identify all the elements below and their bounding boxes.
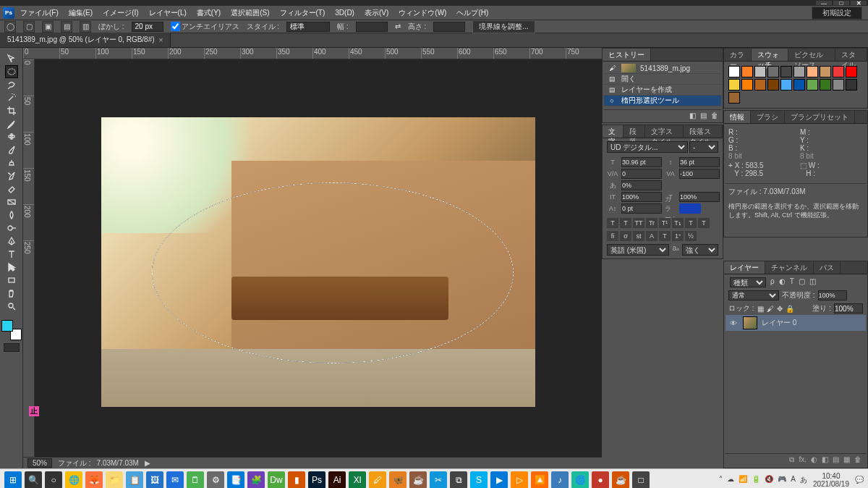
layer-name[interactable]: レイヤー 0 (762, 318, 796, 328)
swap-icon[interactable]: ⇄ (395, 22, 401, 30)
filter-smart-icon[interactable]: ◫ (809, 277, 816, 287)
fx-icon[interactable]: fx. (799, 455, 807, 465)
tab-paragraph[interactable]: 段落 (624, 125, 644, 138)
trash-icon[interactable]: 🗑 (854, 455, 861, 465)
move-tool[interactable] (5, 52, 18, 65)
eyedropper-tool[interactable] (5, 117, 18, 130)
italic-button[interactable]: T (620, 218, 631, 228)
dodge-tool[interactable] (5, 222, 18, 235)
color-swatch[interactable] (793, 66, 805, 77)
pen-tool[interactable] (5, 235, 18, 248)
tray-icon[interactable]: あ (800, 475, 807, 485)
taskbar-app-icon[interactable]: ⊞ (4, 471, 22, 489)
taskbar-app-icon[interactable]: 🌐 (65, 471, 82, 489)
taskbar-app-icon[interactable]: ● (592, 471, 609, 489)
color-swatches[interactable] (1, 320, 22, 340)
color-swatch[interactable] (807, 66, 818, 77)
menu-type[interactable]: 書式(Y) (192, 7, 225, 20)
taskbar-app-icon[interactable]: 🖊 (369, 471, 386, 489)
blend-mode-select[interactable]: 通常 (728, 290, 779, 300)
filter-pixel-icon[interactable]: ρ (770, 277, 775, 287)
history-step[interactable]: ○ 楕円形選択ツール (604, 96, 721, 106)
opentype-1st[interactable]: 1ˢ (672, 231, 684, 241)
tab-channels[interactable]: チャンネル (765, 261, 814, 274)
color-swatch[interactable] (728, 92, 740, 104)
tab-character[interactable]: 文字 (603, 125, 624, 138)
history-step[interactable]: ▤ 開く (604, 74, 721, 85)
taskbar-app-icon[interactable]: 🔍 (25, 471, 42, 489)
taskbar-app-icon[interactable]: ▶ (490, 471, 508, 489)
zoom-level[interactable]: 50% (27, 458, 52, 468)
tab-brushpreset[interactable]: ブラシプリセット (785, 111, 855, 123)
taskbar-app-icon[interactable]: Ps (308, 471, 326, 489)
taskbar-app-icon[interactable]: 🗒 (187, 471, 204, 489)
tray-icon[interactable]: ☁ (727, 475, 734, 485)
recording-stop-icon[interactable]: 止 (29, 406, 39, 416)
lasso-tool[interactable] (5, 78, 18, 91)
tab-styles[interactable]: スタイル (835, 49, 867, 61)
canvas-viewport[interactable] (35, 59, 602, 457)
taskbar-app-icon[interactable]: 📋 (126, 471, 143, 489)
tab-history[interactable]: ヒストリー (603, 49, 651, 61)
tray-icon[interactable]: A (791, 475, 796, 485)
link-layers-icon[interactable]: ⧉ (789, 455, 794, 465)
color-swatch[interactable] (780, 79, 792, 91)
opentype-sigma[interactable]: σ (620, 231, 631, 241)
tab-brush[interactable]: ブラシ (751, 111, 785, 123)
antialias-select[interactable]: 強く (682, 244, 718, 256)
menu-select[interactable]: 選択範囲(S) (226, 7, 273, 20)
layer-thumbnail[interactable] (743, 316, 757, 329)
fontsize-input[interactable] (621, 157, 662, 167)
color-swatch[interactable] (833, 79, 844, 91)
foreground-color[interactable] (1, 320, 13, 332)
lock-pos-icon[interactable]: ✥ (777, 305, 783, 313)
opentype-A[interactable]: A (646, 231, 658, 241)
refine-edge-button[interactable]: 境界線を調整... (472, 20, 535, 33)
color-swatch[interactable] (793, 79, 805, 91)
color-swatch[interactable] (820, 66, 831, 77)
taskbar-app-icon[interactable]: 🌀 (571, 471, 589, 489)
path-selection-tool[interactable] (5, 261, 18, 274)
tracking-input[interactable] (679, 169, 720, 179)
taskbar-app-icon[interactable]: ♪ (551, 471, 569, 489)
window-close[interactable]: ✕ (851, 1, 867, 5)
taskbar-app-icon[interactable]: 📁 (106, 471, 123, 489)
color-swatch[interactable] (728, 79, 740, 91)
vscale-input[interactable] (621, 192, 662, 202)
history-new-icon[interactable]: ▤ (700, 112, 707, 119)
text-color-swatch[interactable] (679, 203, 701, 214)
window-maximize[interactable]: □ (833, 1, 849, 5)
tray-icon[interactable]: 📶 (739, 475, 747, 485)
opentype-frac[interactable]: ½ (685, 231, 697, 241)
notification-icon[interactable]: 💬 (855, 476, 864, 484)
color-swatch[interactable] (820, 79, 831, 91)
filter-adj-icon[interactable]: ◐ (779, 277, 786, 287)
tray-icon[interactable]: 🎮 (778, 475, 786, 485)
group-icon[interactable]: ▤ (833, 455, 839, 465)
taskbar-app-icon[interactable]: ⚙ (207, 471, 224, 489)
mask-icon[interactable]: ◐ (811, 455, 817, 465)
visibility-icon[interactable]: 👁 (728, 319, 739, 327)
history-snapshot-icon[interactable]: ◧ (689, 112, 696, 119)
leading-input[interactable] (679, 157, 720, 167)
lock-all-icon[interactable]: 🔒 (786, 305, 794, 313)
adj-layer-icon[interactable]: ◧ (822, 455, 828, 465)
va-input[interactable] (621, 169, 662, 179)
history-step[interactable]: ▤ レイヤーを作成 (604, 85, 721, 96)
history-trash-icon[interactable]: 🗑 (711, 112, 718, 119)
workspace-preset-button[interactable]: 初期設定 (812, 7, 862, 20)
taskbar-app-icon[interactable]: ○ (45, 471, 62, 489)
selection-new-icon[interactable]: ▢ (23, 21, 35, 33)
tray-icon[interactable]: 🔇 (765, 475, 773, 485)
style-select[interactable] (286, 22, 330, 32)
menu-view[interactable]: 表示(V) (360, 7, 393, 20)
taskbar-app-icon[interactable]: 🦋 (389, 471, 407, 489)
history-brush-tool[interactable] (5, 169, 18, 182)
clone-stamp-tool[interactable] (5, 156, 18, 169)
tab-charstyle[interactable]: 文字スタイル (645, 125, 684, 138)
menu-3d[interactable]: 3D(D) (331, 7, 359, 18)
layer-row[interactable]: 👁 レイヤー 0 (726, 315, 866, 331)
color-swatch[interactable] (754, 66, 766, 77)
baseline-input[interactable] (621, 203, 662, 214)
taskbar-app-icon[interactable]: ▮ (288, 471, 305, 489)
